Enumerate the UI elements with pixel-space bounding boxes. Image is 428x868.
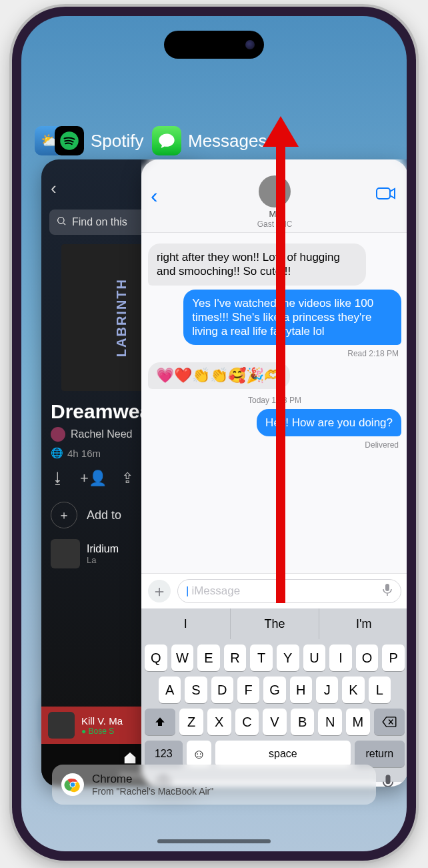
mic-icon[interactable]: [382, 583, 393, 600]
dictation-icon[interactable]: [381, 774, 395, 787]
return-key[interactable]: return: [355, 741, 405, 767]
key-s[interactable]: S: [185, 677, 207, 703]
prediction[interactable]: I: [141, 608, 231, 639]
key-b[interactable]: B: [291, 709, 315, 735]
key-n[interactable]: N: [318, 709, 342, 735]
key-x[interactable]: X: [207, 709, 231, 735]
key-v[interactable]: V: [263, 709, 287, 735]
key-r[interactable]: R: [224, 644, 247, 671]
key-k[interactable]: K: [342, 677, 364, 703]
prediction-bar: I The I'm: [141, 608, 407, 639]
messages-icon: [152, 126, 181, 155]
delivered-receipt: Delivered: [151, 440, 399, 450]
contact-location: Gast , NC: [257, 220, 293, 229]
message-thread[interactable]: right after they won!! Lots of hugging a…: [141, 233, 407, 573]
key-w[interactable]: W: [171, 644, 194, 671]
search-placeholder: Find on this: [72, 216, 127, 228]
share-icon[interactable]: ⇪: [121, 470, 133, 487]
numbers-key[interactable]: 123: [145, 741, 183, 767]
app-tag-label: Messages: [188, 131, 267, 151]
now-playing-device: Bose S: [89, 727, 115, 736]
annotation-arrow-head: [263, 116, 299, 147]
download-icon[interactable]: ⭳: [51, 470, 65, 487]
plus-button[interactable]: ＋: [148, 580, 171, 602]
read-receipt: Read 2:18 PM: [151, 349, 399, 358]
key-y[interactable]: Y: [277, 644, 299, 671]
handoff-banner[interactable]: Chrome From "Rachel's MacBook Air": [52, 765, 376, 805]
back-icon[interactable]: ‹: [151, 183, 158, 208]
annotation-arrow: [276, 136, 285, 603]
key-f[interactable]: F: [237, 677, 259, 703]
key-l[interactable]: L: [369, 677, 391, 703]
prediction[interactable]: I'm: [319, 608, 407, 639]
key-o[interactable]: O: [356, 644, 379, 671]
spotify-icon: [55, 126, 84, 155]
key-i[interactable]: I: [329, 644, 352, 671]
screen: ⛅ Spotify Messages ‹ Find on this: [21, 16, 407, 851]
app-card-messages[interactable]: ‹ M› Gast , NC right after they won!! Lo…: [141, 159, 407, 787]
compose-bar: ＋ | iMessage: [141, 573, 407, 608]
app-tag-messages[interactable]: Messages: [152, 126, 267, 155]
playlist-author: Rachel Need: [71, 428, 133, 440]
avatar[interactable]: [259, 175, 291, 207]
messages-header: ‹ M› Gast , NC: [141, 159, 407, 233]
iphone-frame: ⛅ Spotify Messages ‹ Find on this: [12, 7, 416, 861]
key-e[interactable]: E: [197, 644, 220, 671]
track-thumb: [51, 539, 80, 568]
side-button: [12, 287, 13, 347]
svg-point-1: [58, 218, 64, 224]
back-icon[interactable]: ‹: [51, 178, 57, 199]
key-q[interactable]: Q: [145, 644, 167, 671]
key-z[interactable]: Z: [179, 709, 203, 735]
chrome-icon: [61, 773, 84, 796]
key-t[interactable]: T: [250, 644, 273, 671]
home-icon: [123, 751, 137, 765]
delete-key[interactable]: [374, 709, 405, 735]
emoji-key[interactable]: ☺: [187, 741, 212, 767]
handoff-app: Chrome: [92, 773, 213, 786]
home-indicator[interactable]: [157, 839, 271, 843]
add-user-icon[interactable]: +👤: [80, 470, 107, 487]
add-button[interactable]: ＋: [51, 502, 77, 528]
search-icon: [56, 215, 67, 229]
app-tag-spotify[interactable]: Spotify: [55, 126, 144, 155]
video-icon[interactable]: [376, 186, 396, 203]
key-h[interactable]: H: [290, 677, 312, 703]
key-m[interactable]: M: [346, 709, 370, 735]
handoff-from: From "Rachel's MacBook Air": [92, 786, 213, 797]
message-outgoing[interactable]: Yes I've watched the videos like 100 tim…: [183, 290, 401, 346]
message-placeholder: iMessage: [191, 584, 240, 598]
key-d[interactable]: D: [211, 677, 233, 703]
album-art-text: LABRINTH: [114, 278, 129, 357]
add-to-label: Add to: [87, 508, 121, 522]
svg-rect-3: [385, 584, 389, 591]
dynamic-island: [164, 31, 264, 59]
key-j[interactable]: J: [316, 677, 338, 703]
shift-key[interactable]: [145, 709, 175, 735]
key-a[interactable]: A: [159, 677, 181, 703]
keyboard: I The I'm Q W E R T Y U I O P A: [141, 608, 407, 782]
space-key[interactable]: space: [215, 741, 350, 767]
message-input[interactable]: | iMessage: [177, 579, 401, 603]
svg-rect-5: [385, 775, 390, 784]
prediction[interactable]: The: [231, 608, 320, 639]
app-tag-label: Spotify: [91, 131, 144, 151]
keyboard-row: Z X C V B N M: [141, 709, 407, 735]
keyboard-row: 123 ☺ space return: [141, 735, 407, 767]
avatar: [51, 427, 65, 442]
key-u[interactable]: U: [303, 644, 326, 671]
keyboard-row: A S D F G H J K L: [141, 677, 407, 703]
timestamp: Today 1:43 PM: [148, 396, 401, 405]
side-button: [12, 160, 13, 193]
key-g[interactable]: G: [263, 677, 285, 703]
key-p[interactable]: P: [382, 644, 405, 671]
svg-rect-2: [377, 188, 390, 199]
key-c[interactable]: C: [235, 709, 259, 735]
now-playing-thumb: [48, 712, 75, 739]
now-playing-title: Kill V. Ma: [81, 715, 123, 727]
keyboard-row: Q W E R T Y U I O P: [141, 644, 407, 671]
message-incoming-emoji[interactable]: 💗❤️👏👏🥰🎉🫶: [148, 362, 290, 389]
side-button: [12, 213, 13, 274]
playlist-duration: 4h 16m: [67, 448, 101, 459]
message-incoming[interactable]: right after they won!! Lots of hugging a…: [148, 244, 366, 286]
